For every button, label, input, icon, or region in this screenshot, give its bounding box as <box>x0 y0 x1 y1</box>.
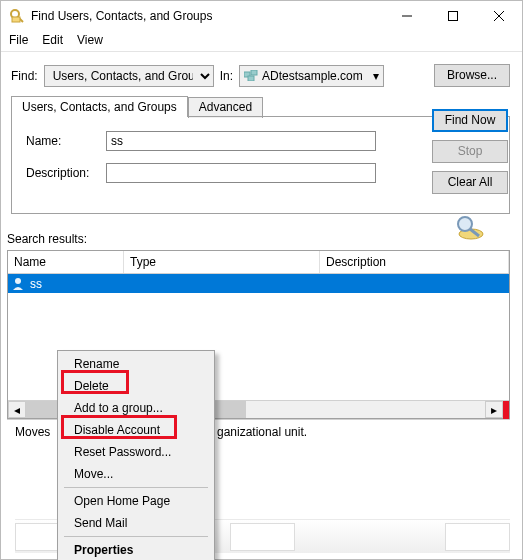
svg-rect-9 <box>248 76 254 81</box>
tab-advanced[interactable]: Advanced <box>188 97 263 118</box>
search-illustration-icon <box>453 212 487 238</box>
menu-separator <box>64 536 208 537</box>
stop-button: Stop <box>432 140 508 163</box>
chevron-down-icon: ▾ <box>373 69 379 83</box>
find-label: Find: <box>11 69 38 83</box>
menu-delete[interactable]: Delete <box>60 375 212 397</box>
clear-all-button[interactable]: Clear All <box>432 171 508 194</box>
close-button[interactable] <box>476 1 522 31</box>
menu-edit[interactable]: Edit <box>42 33 63 47</box>
column-header-name[interactable]: Name <box>8 251 124 273</box>
name-input[interactable] <box>106 131 376 151</box>
name-label: Name: <box>26 134 106 148</box>
description-label: Description: <box>26 166 106 180</box>
scroll-right-button[interactable]: ▸ <box>485 401 503 418</box>
row-name: ss <box>30 277 42 291</box>
menu-rename[interactable]: Rename <box>60 353 212 375</box>
user-icon <box>10 276 26 292</box>
in-label: In: <box>220 69 233 83</box>
menu-move[interactable]: Move... <box>60 463 212 485</box>
context-menu: Rename Delete Add to a group... Disable … <box>57 350 215 560</box>
column-header-description[interactable]: Description <box>320 251 509 273</box>
window-title: Find Users, Contacts, and Groups <box>31 9 384 23</box>
find-now-button[interactable]: Find Now <box>432 109 508 132</box>
menu-disable-account[interactable]: Disable Account <box>60 419 212 441</box>
overflow-indicator <box>503 401 509 419</box>
app-icon <box>9 8 25 24</box>
menu-add-to-group[interactable]: Add to a group... <box>60 397 212 419</box>
find-type-combo[interactable]: Users, Contacts, and Groups <box>44 65 214 87</box>
maximize-button[interactable] <box>430 1 476 31</box>
status-left: Moves <box>15 425 50 439</box>
svg-point-11 <box>458 217 472 231</box>
column-header-type[interactable]: Type <box>124 251 320 273</box>
preview-thumb <box>230 523 295 551</box>
svg-rect-8 <box>251 70 257 75</box>
description-input[interactable] <box>106 163 376 183</box>
svg-rect-2 <box>12 17 20 22</box>
menu-properties[interactable]: Properties <box>60 539 212 560</box>
svg-point-13 <box>15 278 21 284</box>
menu-file[interactable]: File <box>9 33 28 47</box>
status-right: ganizational unit. <box>217 425 307 439</box>
minimize-button[interactable] <box>384 1 430 31</box>
menu-send-mail[interactable]: Send Mail <box>60 512 212 534</box>
preview-thumb <box>445 523 510 551</box>
scroll-left-button[interactable]: ◂ <box>8 401 26 418</box>
menu-separator <box>64 487 208 488</box>
browse-button[interactable]: Browse... <box>434 64 510 87</box>
menu-view[interactable]: View <box>77 33 103 47</box>
find-in-value: ADtestsample.com <box>262 69 363 83</box>
tab-users-contacts-groups[interactable]: Users, Contacts, and Groups <box>11 96 188 117</box>
menubar: File Edit View <box>1 31 522 52</box>
menu-open-home-page[interactable]: Open Home Page <box>60 490 212 512</box>
table-row[interactable]: ss <box>8 274 509 293</box>
domain-icon <box>244 70 258 81</box>
titlebar: Find Users, Contacts, and Groups <box>1 1 522 31</box>
svg-rect-4 <box>449 12 458 21</box>
menu-reset-password[interactable]: Reset Password... <box>60 441 212 463</box>
find-in-combo[interactable]: ADtestsample.com ▾ <box>239 65 384 87</box>
